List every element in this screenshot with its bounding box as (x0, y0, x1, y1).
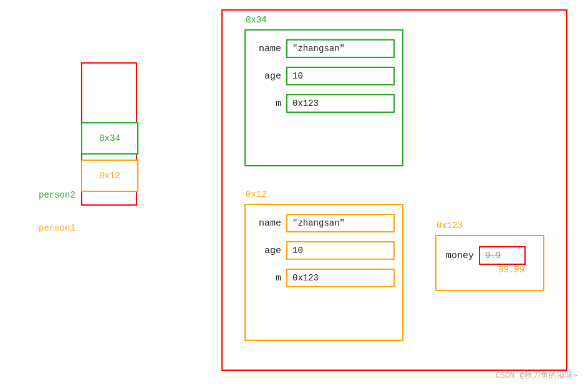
orange-name-value: "zhangsan" (286, 214, 395, 232)
green-name-label: name (253, 44, 281, 54)
money-new-value: 99.99 (498, 265, 524, 275)
money-value-box: 9.9 99.99 (479, 246, 526, 265)
orange-m-value: 0x123 (286, 269, 395, 287)
obj-green: 0x34 name "zhangsan" age 10 m 0x123 (244, 29, 403, 166)
green-name-value: "zhangsan" (286, 39, 395, 58)
green-m-value: 0x123 (286, 94, 395, 113)
green-m-label: m (253, 98, 281, 109)
person1-label: person1 (39, 223, 75, 363)
green-age-label: age (253, 71, 281, 82)
green-age-value: 10 (286, 67, 395, 85)
stack-item-person1: 0x12 (81, 160, 138, 192)
green-field-name: name "zhangsan" (253, 39, 395, 58)
orange-age-label: age (253, 246, 281, 256)
orange-age-value: 10 (286, 241, 395, 260)
orange-field-name: name "zhangsan" (253, 214, 395, 232)
person1-value: 0x12 (99, 171, 120, 181)
orange-name-label: name (253, 218, 281, 229)
main-box: 0x34 name "zhangsan" age 10 m 0x123 0x12… (221, 9, 567, 371)
orange-field-age: age 10 (253, 241, 395, 260)
orange-m-label: m (253, 273, 281, 284)
green-field-age: age 10 (253, 67, 395, 85)
obj-green-address: 0x34 (246, 15, 267, 25)
money-field: money 9.9 99.99 (443, 246, 537, 265)
person2-value: 0x34 (99, 133, 120, 143)
canvas: 0x34 0x12 person2 person1 0x34 name "zha… (0, 0, 588, 387)
obj-orange: 0x12 name "zhangsan" age 10 m 0x123 (244, 204, 403, 341)
watermark: CSDN @秋刀鱼的滋味~ (495, 370, 578, 381)
money-old-value: 9.9 (485, 251, 501, 260)
orange-field-m: m 0x123 (253, 269, 395, 287)
stack-item-person2: 0x34 (81, 122, 138, 155)
stack-panel: 0x34 0x12 (81, 62, 137, 206)
obj-orange-address: 0x12 (246, 189, 267, 199)
money-label: money (443, 251, 474, 261)
obj-money: 0x123 money 9.9 99.99 (435, 235, 544, 291)
obj-money-address: 0x123 (436, 221, 463, 231)
green-field-m: m 0x123 (253, 94, 395, 113)
